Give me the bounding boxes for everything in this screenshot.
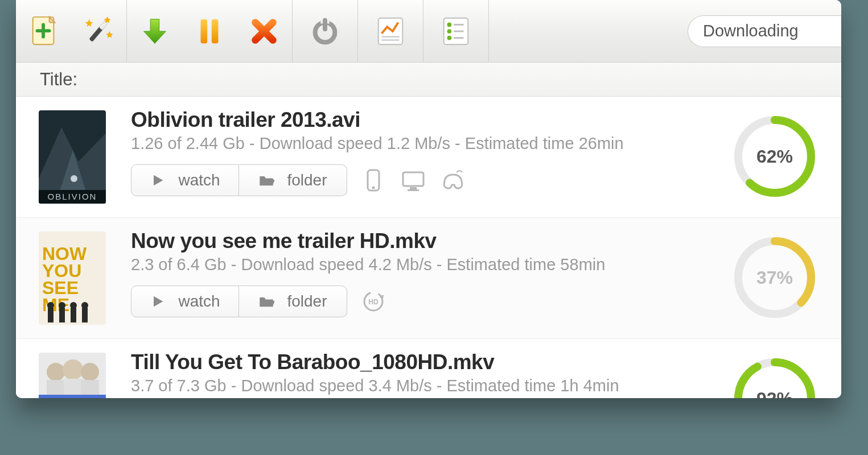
folder-button[interactable]: folder bbox=[239, 286, 347, 317]
svg-rect-39 bbox=[59, 308, 65, 322]
toolbar-group-power bbox=[293, 0, 358, 62]
svg-rect-30 bbox=[408, 189, 419, 191]
title-column-label: Title: bbox=[40, 69, 77, 90]
statistics-button[interactable] bbox=[373, 14, 408, 49]
pause-button[interactable] bbox=[192, 14, 227, 49]
progress-label: 92% bbox=[731, 355, 818, 398]
svg-rect-56 bbox=[81, 380, 99, 397]
list-view-button[interactable] bbox=[438, 14, 474, 49]
svg-rect-38 bbox=[48, 308, 54, 322]
gamepad-icon[interactable] bbox=[439, 167, 467, 194]
download-meta: Oblivion trailer 2013.avi 1.26 of 2.44 G… bbox=[131, 110, 706, 196]
folder-button[interactable]: folder bbox=[239, 164, 347, 196]
thumbnail: NOW YOU SEE ME. bbox=[39, 231, 106, 325]
toolbar-group-list bbox=[423, 0, 489, 62]
watch-label: watch bbox=[178, 292, 220, 311]
svg-point-18 bbox=[447, 35, 452, 40]
watch-button[interactable]: watch bbox=[131, 164, 239, 196]
status-text: 2.3 of 6.4 Gb - Download speed 4.2 Mb/s … bbox=[131, 255, 706, 274]
download-list: OBLIVION Oblivion trailer 2013.avi 1.26 … bbox=[16, 97, 841, 398]
svg-point-42 bbox=[47, 302, 54, 309]
watch-button[interactable]: watch bbox=[131, 286, 239, 317]
toolbar-search bbox=[677, 0, 841, 62]
progress-label: 37% bbox=[731, 234, 818, 321]
download-row[interactable]: NOW YOU SEE ME. Now you see me trailer H… bbox=[16, 218, 841, 339]
new-download-button[interactable] bbox=[26, 14, 61, 49]
svg-rect-40 bbox=[71, 308, 76, 322]
svg-rect-28 bbox=[403, 172, 423, 186]
download-manager-window: Title: OBLIVION Oblivion trailer 2013.av… bbox=[16, 0, 841, 398]
filename: Oblivion trailer 2013.avi bbox=[131, 108, 706, 132]
svg-rect-57 bbox=[39, 395, 106, 398]
filter-input[interactable] bbox=[688, 15, 841, 47]
download-row[interactable]: OBLIVION Oblivion trailer 2013.avi 1.26 … bbox=[16, 97, 841, 218]
progress-ring: 37% bbox=[731, 234, 818, 321]
download-meta: Till You Get To Baraboo_1080HD.mkv 3.7 o… bbox=[131, 353, 706, 398]
monitor-icon[interactable] bbox=[400, 167, 427, 194]
hd-refresh-icon[interactable]: HD bbox=[360, 288, 387, 315]
folder-label: folder bbox=[287, 171, 327, 189]
toolbar bbox=[16, 0, 841, 63]
svg-rect-4 bbox=[212, 19, 219, 43]
svg-text:HD: HD bbox=[368, 298, 379, 306]
svg-rect-3 bbox=[201, 19, 208, 43]
progress-label: 62% bbox=[731, 113, 818, 200]
svg-rect-54 bbox=[47, 380, 65, 397]
filename: Now you see me trailer HD.mkv bbox=[131, 229, 706, 253]
svg-point-43 bbox=[59, 302, 65, 309]
svg-point-44 bbox=[70, 302, 77, 309]
svg-rect-29 bbox=[410, 187, 417, 189]
svg-text:ME.: ME. bbox=[42, 295, 75, 315]
download-row[interactable]: Till You Get To Baraboo_1080HD.mkv 3.7 o… bbox=[16, 339, 841, 398]
svg-point-27 bbox=[372, 187, 375, 189]
row-actions: watch folder HD bbox=[131, 286, 706, 317]
progress-ring: 92% bbox=[731, 355, 818, 398]
cancel-button[interactable] bbox=[246, 14, 282, 49]
download-meta: Now you see me trailer HD.mkv 2.3 of 6.4… bbox=[131, 231, 706, 317]
toolbar-group-chart bbox=[358, 0, 423, 62]
column-header: Title: bbox=[16, 63, 841, 97]
status-text: 3.7 of 7.3 Gb - Download speed 3.4 Mb/s … bbox=[131, 377, 706, 395]
svg-point-45 bbox=[81, 302, 88, 309]
svg-point-51 bbox=[47, 363, 65, 381]
row-actions: watch folder bbox=[131, 164, 706, 196]
svg-rect-9 bbox=[323, 18, 327, 30]
svg-point-53 bbox=[81, 363, 99, 381]
svg-point-52 bbox=[63, 359, 83, 380]
svg-text:OBLIVION: OBLIVION bbox=[48, 192, 97, 201]
folder-label: folder bbox=[287, 292, 327, 311]
shutdown-button[interactable] bbox=[307, 14, 343, 49]
svg-point-14 bbox=[447, 22, 452, 27]
phone-icon[interactable] bbox=[360, 167, 387, 194]
watch-label: watch bbox=[178, 171, 220, 189]
start-button[interactable] bbox=[137, 14, 172, 49]
progress-ring: 62% bbox=[731, 113, 818, 200]
filename: Till You Get To Baraboo_1080HD.mkv bbox=[131, 350, 706, 374]
toolbar-group-add bbox=[16, 0, 127, 62]
status-text: 1.26 of 2.44 Gb - Download speed 1.2 Mb/… bbox=[131, 134, 706, 153]
svg-point-23 bbox=[71, 175, 77, 182]
thumbnail bbox=[39, 353, 106, 398]
wizard-button[interactable] bbox=[81, 14, 116, 49]
svg-point-16 bbox=[447, 29, 452, 34]
svg-rect-41 bbox=[82, 308, 88, 322]
thumbnail: OBLIVION bbox=[39, 110, 106, 204]
toolbar-group-control bbox=[127, 0, 293, 62]
svg-rect-55 bbox=[64, 379, 83, 397]
